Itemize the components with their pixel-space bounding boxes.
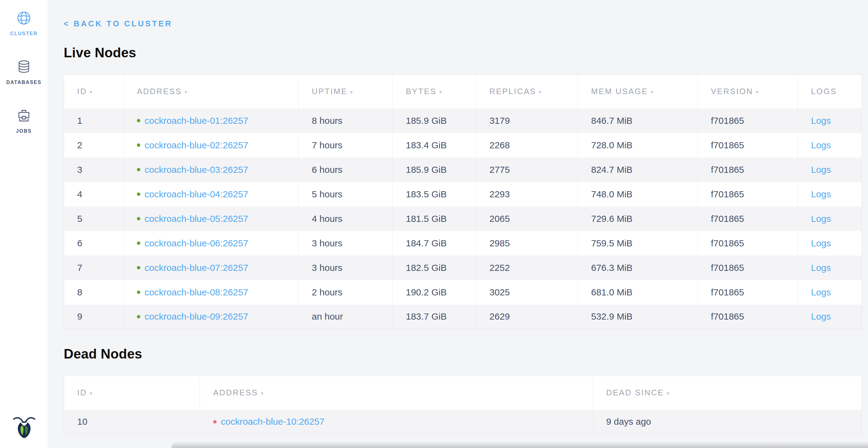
logs-link[interactable]: Logs: [811, 165, 831, 175]
cell-uptime: 3 hours: [299, 256, 393, 280]
main-content: < BACK TO CLUSTER Live Nodes ID▾ADDRESS▾…: [48, 0, 868, 448]
cell-uptime: 7 hours: [299, 133, 393, 157]
cell-id: 2: [64, 133, 124, 157]
cell-bytes: 185.9 GiB: [393, 109, 476, 133]
cell-logs: Logs: [798, 207, 862, 231]
cell-bytes: 183.7 GiB: [393, 305, 476, 329]
cell-version: f701865: [698, 256, 798, 280]
sort-arrow-icon: ▾: [350, 89, 352, 95]
logs-link[interactable]: Logs: [811, 311, 831, 322]
sort-arrow-icon: ▾: [539, 89, 541, 95]
node-address-link[interactable]: cockroach-blue-10:26257: [221, 416, 325, 426]
sort-arrow-icon: ▾: [667, 391, 669, 396]
cell-logs: Logs: [798, 231, 862, 256]
cell-replicas: 2293: [476, 182, 578, 207]
node-address-link[interactable]: cockroach-blue-01:26257: [145, 116, 248, 126]
page-bottom-shadow: [172, 441, 868, 448]
cell-version: f701865: [698, 182, 798, 207]
node-row: 6cockroach-blue-06:262573 hours184.7 GiB…: [64, 231, 862, 256]
logs-link[interactable]: Logs: [811, 189, 831, 199]
node-row: 7cockroach-blue-07:262573 hours182.5 GiB…: [64, 256, 862, 280]
cell-address: cockroach-blue-08:26257: [124, 280, 299, 305]
cell-version: f701865: [698, 157, 798, 182]
node-address-link[interactable]: cockroach-blue-06:26257: [145, 238, 248, 248]
column-header-mem-usage[interactable]: MEM USAGE▾: [578, 75, 698, 109]
sidebar-item-jobs[interactable]: JOBS: [0, 109, 48, 134]
column-header-bytes[interactable]: BYTES▾: [393, 75, 476, 109]
node-address-link[interactable]: cockroach-blue-05:26257: [145, 214, 248, 224]
sort-arrow-icon: ▾: [651, 89, 653, 95]
cell-id: 9: [64, 305, 124, 329]
column-header-id[interactable]: ID▾: [64, 376, 200, 410]
cell-uptime: an hour: [299, 305, 393, 329]
cell-address: cockroach-blue-03:26257: [124, 157, 299, 182]
cell-version: f701865: [698, 133, 798, 157]
sidebar-item-cluster[interactable]: CLUSTER: [0, 0, 48, 36]
node-row: 1cockroach-blue-01:262578 hours185.9 GiB…: [64, 109, 862, 133]
cell-logs: Logs: [798, 133, 862, 157]
column-header-label: REPLICAS: [490, 87, 536, 96]
sidebar-item-label: CLUSTER: [10, 31, 38, 36]
live-nodes-title: Live Nodes: [64, 45, 868, 60]
column-header-address[interactable]: ADDRESS▾: [200, 376, 593, 410]
column-header-label: ADDRESS: [137, 87, 182, 96]
column-header-replicas[interactable]: REPLICAS▾: [476, 75, 578, 109]
column-header-version[interactable]: VERSION▾: [698, 75, 798, 109]
node-status-dot-icon: [137, 241, 140, 245]
logs-link[interactable]: Logs: [811, 140, 831, 150]
cell-id: 5: [64, 207, 124, 231]
sort-arrow-icon: ▾: [90, 391, 92, 396]
cell-mem_usage: 846.7 MiB: [578, 109, 698, 133]
cell-mem_usage: 759.5 MiB: [578, 231, 698, 256]
back-to-cluster-link[interactable]: < BACK TO CLUSTER: [64, 19, 173, 29]
cell-replicas: 3179: [476, 109, 578, 133]
live-table-header-row: ID▾ADDRESS▾UPTIME▾BYTES▾REPLICAS▾MEM USA…: [64, 75, 862, 109]
cell-id: 10: [64, 410, 200, 434]
cell-logs: Logs: [798, 305, 862, 329]
cell-replicas: 3025: [476, 280, 578, 305]
cell-mem_usage: 729.6 MiB: [578, 207, 698, 231]
cell-bytes: 184.7 GiB: [393, 231, 476, 256]
databases-icon: [17, 60, 31, 75]
cell-bytes: 183.4 GiB: [393, 133, 476, 157]
logs-link[interactable]: Logs: [811, 116, 831, 126]
cell-uptime: 6 hours: [299, 157, 393, 182]
sort-arrow-icon: ▾: [756, 89, 758, 95]
cell-replicas: 2268: [476, 133, 578, 157]
node-address-link[interactable]: cockroach-blue-08:26257: [145, 287, 248, 297]
cell-replicas: 2629: [476, 305, 578, 329]
cell-dead_since: 9 days ago: [593, 410, 862, 434]
column-header-dead-since[interactable]: DEAD SINCE▾: [593, 376, 862, 410]
logs-link[interactable]: Logs: [811, 287, 831, 297]
sidebar-item-databases[interactable]: DATABASES: [0, 60, 48, 85]
column-header-uptime[interactable]: UPTIME▾: [299, 75, 393, 109]
cell-bytes: 190.2 GiB: [393, 280, 476, 305]
node-address-link[interactable]: cockroach-blue-07:26257: [145, 263, 248, 273]
node-address-link[interactable]: cockroach-blue-03:26257: [145, 165, 248, 175]
logs-link[interactable]: Logs: [811, 263, 831, 273]
node-row: 4cockroach-blue-04:262575 hours183.5 GiB…: [64, 182, 862, 207]
node-address-link[interactable]: cockroach-blue-02:26257: [145, 140, 248, 150]
column-header-label: DEAD SINCE: [606, 388, 664, 397]
column-header-address[interactable]: ADDRESS▾: [124, 75, 299, 109]
cell-uptime: 5 hours: [299, 182, 393, 207]
column-header-label: MEM USAGE: [591, 87, 648, 96]
cell-id: 8: [64, 280, 124, 305]
logs-link[interactable]: Logs: [811, 238, 831, 248]
sort-arrow-icon: ▾: [185, 89, 187, 95]
logs-link[interactable]: Logs: [811, 214, 831, 224]
node-address-link[interactable]: cockroach-blue-04:26257: [145, 189, 248, 199]
cell-mem_usage: 824.7 MiB: [578, 157, 698, 182]
dead-table-header-row: ID▾ADDRESS▾DEAD SINCE▾: [64, 376, 862, 410]
cell-logs: Logs: [798, 256, 862, 280]
cell-address: cockroach-blue-10:26257: [200, 410, 593, 434]
cell-address: cockroach-blue-07:26257: [124, 256, 299, 280]
node-status-dot-icon: [137, 192, 140, 196]
column-header-id[interactable]: ID▾: [64, 75, 124, 109]
sort-arrow-icon: ▾: [90, 89, 92, 95]
cell-bytes: 181.5 GiB: [393, 207, 476, 231]
node-status-dot-icon: [137, 266, 140, 269]
column-header-label: VERSION: [711, 87, 753, 96]
node-address-link[interactable]: cockroach-blue-09:26257: [145, 311, 248, 322]
cell-version: f701865: [698, 109, 798, 133]
